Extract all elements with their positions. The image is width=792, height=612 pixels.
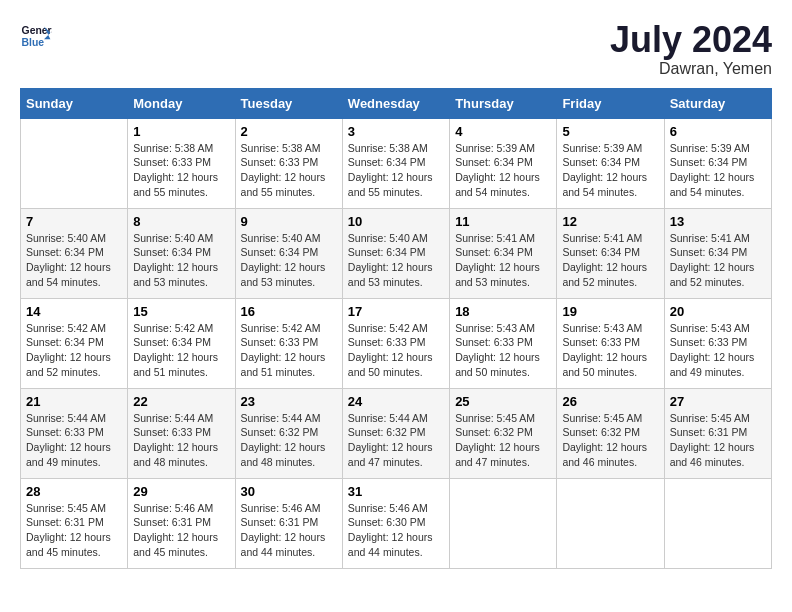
calendar-cell: 2 Sunrise: 5:38 AM Sunset: 6:33 PM Dayli… (235, 118, 342, 208)
cell-sunrise: Sunrise: 5:39 AM (670, 141, 766, 156)
month-year-title: July 2024 (610, 20, 772, 60)
location-subtitle: Dawran, Yemen (610, 60, 772, 78)
cell-sunrise: Sunrise: 5:46 AM (348, 501, 444, 516)
calendar-cell (21, 118, 128, 208)
calendar-cell: 9 Sunrise: 5:40 AM Sunset: 6:34 PM Dayli… (235, 208, 342, 298)
day-number: 28 (26, 484, 122, 499)
cell-sunset: Sunset: 6:34 PM (455, 155, 551, 170)
calendar-cell: 26 Sunrise: 5:45 AM Sunset: 6:32 PM Dayl… (557, 388, 664, 478)
cell-sunset: Sunset: 6:33 PM (670, 335, 766, 350)
day-number: 26 (562, 394, 658, 409)
cell-sunset: Sunset: 6:32 PM (562, 425, 658, 440)
calendar-cell: 23 Sunrise: 5:44 AM Sunset: 6:32 PM Dayl… (235, 388, 342, 478)
calendar-header-row: SundayMondayTuesdayWednesdayThursdayFrid… (21, 88, 772, 118)
calendar-cell: 16 Sunrise: 5:42 AM Sunset: 6:33 PM Dayl… (235, 298, 342, 388)
cell-sunrise: Sunrise: 5:41 AM (670, 231, 766, 246)
cell-daylight: Daylight: 12 hours and 50 minutes. (348, 350, 444, 379)
day-number: 1 (133, 124, 229, 139)
calendar-week-row: 1 Sunrise: 5:38 AM Sunset: 6:33 PM Dayli… (21, 118, 772, 208)
cell-sunrise: Sunrise: 5:45 AM (670, 411, 766, 426)
cell-daylight: Daylight: 12 hours and 49 minutes. (26, 440, 122, 469)
cell-daylight: Daylight: 12 hours and 55 minutes. (133, 170, 229, 199)
cell-sunrise: Sunrise: 5:42 AM (26, 321, 122, 336)
calendar-cell: 25 Sunrise: 5:45 AM Sunset: 6:32 PM Dayl… (450, 388, 557, 478)
cell-sunset: Sunset: 6:34 PM (26, 245, 122, 260)
title-block: July 2024 Dawran, Yemen (610, 20, 772, 78)
cell-daylight: Daylight: 12 hours and 53 minutes. (133, 260, 229, 289)
cell-daylight: Daylight: 12 hours and 52 minutes. (26, 350, 122, 379)
cell-daylight: Daylight: 12 hours and 46 minutes. (562, 440, 658, 469)
cell-sunset: Sunset: 6:34 PM (26, 335, 122, 350)
cell-sunrise: Sunrise: 5:42 AM (133, 321, 229, 336)
cell-sunrise: Sunrise: 5:43 AM (670, 321, 766, 336)
cell-sunrise: Sunrise: 5:41 AM (562, 231, 658, 246)
cell-sunrise: Sunrise: 5:44 AM (26, 411, 122, 426)
day-number: 13 (670, 214, 766, 229)
day-number: 19 (562, 304, 658, 319)
calendar-week-row: 14 Sunrise: 5:42 AM Sunset: 6:34 PM Dayl… (21, 298, 772, 388)
cell-sunrise: Sunrise: 5:38 AM (133, 141, 229, 156)
cell-sunset: Sunset: 6:33 PM (348, 335, 444, 350)
cell-daylight: Daylight: 12 hours and 46 minutes. (670, 440, 766, 469)
day-number: 10 (348, 214, 444, 229)
calendar-cell: 19 Sunrise: 5:43 AM Sunset: 6:33 PM Dayl… (557, 298, 664, 388)
day-number: 17 (348, 304, 444, 319)
cell-sunset: Sunset: 6:33 PM (562, 335, 658, 350)
calendar-week-row: 21 Sunrise: 5:44 AM Sunset: 6:33 PM Dayl… (21, 388, 772, 478)
day-number: 15 (133, 304, 229, 319)
cell-sunset: Sunset: 6:34 PM (562, 245, 658, 260)
cell-sunrise: Sunrise: 5:40 AM (241, 231, 337, 246)
day-number: 25 (455, 394, 551, 409)
cell-daylight: Daylight: 12 hours and 47 minutes. (348, 440, 444, 469)
calendar-cell (557, 478, 664, 568)
cell-daylight: Daylight: 12 hours and 51 minutes. (241, 350, 337, 379)
cell-sunrise: Sunrise: 5:43 AM (455, 321, 551, 336)
cell-daylight: Daylight: 12 hours and 52 minutes. (670, 260, 766, 289)
cell-sunset: Sunset: 6:34 PM (133, 245, 229, 260)
cell-daylight: Daylight: 12 hours and 44 minutes. (241, 530, 337, 559)
cell-sunrise: Sunrise: 5:42 AM (241, 321, 337, 336)
day-number: 5 (562, 124, 658, 139)
cell-daylight: Daylight: 12 hours and 54 minutes. (562, 170, 658, 199)
cell-daylight: Daylight: 12 hours and 52 minutes. (562, 260, 658, 289)
logo-icon: General Blue (20, 20, 52, 52)
cell-daylight: Daylight: 12 hours and 54 minutes. (26, 260, 122, 289)
cell-sunset: Sunset: 6:34 PM (670, 245, 766, 260)
calendar-cell: 18 Sunrise: 5:43 AM Sunset: 6:33 PM Dayl… (450, 298, 557, 388)
day-number: 2 (241, 124, 337, 139)
calendar-cell: 21 Sunrise: 5:44 AM Sunset: 6:33 PM Dayl… (21, 388, 128, 478)
calendar-week-row: 7 Sunrise: 5:40 AM Sunset: 6:34 PM Dayli… (21, 208, 772, 298)
weekday-header-friday: Friday (557, 88, 664, 118)
cell-daylight: Daylight: 12 hours and 53 minutes. (348, 260, 444, 289)
cell-daylight: Daylight: 12 hours and 54 minutes. (455, 170, 551, 199)
day-number: 6 (670, 124, 766, 139)
weekday-header-monday: Monday (128, 88, 235, 118)
svg-text:Blue: Blue (22, 37, 45, 48)
cell-sunset: Sunset: 6:32 PM (348, 425, 444, 440)
cell-daylight: Daylight: 12 hours and 53 minutes. (455, 260, 551, 289)
day-number: 27 (670, 394, 766, 409)
cell-sunset: Sunset: 6:34 PM (133, 335, 229, 350)
calendar-cell: 8 Sunrise: 5:40 AM Sunset: 6:34 PM Dayli… (128, 208, 235, 298)
calendar-cell: 3 Sunrise: 5:38 AM Sunset: 6:34 PM Dayli… (342, 118, 449, 208)
calendar-cell: 6 Sunrise: 5:39 AM Sunset: 6:34 PM Dayli… (664, 118, 771, 208)
cell-sunrise: Sunrise: 5:38 AM (241, 141, 337, 156)
calendar-week-row: 28 Sunrise: 5:45 AM Sunset: 6:31 PM Dayl… (21, 478, 772, 568)
calendar-cell: 31 Sunrise: 5:46 AM Sunset: 6:30 PM Dayl… (342, 478, 449, 568)
cell-sunset: Sunset: 6:34 PM (348, 245, 444, 260)
cell-sunset: Sunset: 6:34 PM (241, 245, 337, 260)
cell-daylight: Daylight: 12 hours and 54 minutes. (670, 170, 766, 199)
cell-sunset: Sunset: 6:31 PM (26, 515, 122, 530)
calendar-cell: 15 Sunrise: 5:42 AM Sunset: 6:34 PM Dayl… (128, 298, 235, 388)
cell-sunset: Sunset: 6:34 PM (348, 155, 444, 170)
cell-sunrise: Sunrise: 5:44 AM (348, 411, 444, 426)
cell-sunset: Sunset: 6:31 PM (133, 515, 229, 530)
cell-sunset: Sunset: 6:33 PM (133, 425, 229, 440)
weekday-header-saturday: Saturday (664, 88, 771, 118)
calendar-cell: 14 Sunrise: 5:42 AM Sunset: 6:34 PM Dayl… (21, 298, 128, 388)
cell-sunrise: Sunrise: 5:45 AM (562, 411, 658, 426)
cell-sunset: Sunset: 6:33 PM (26, 425, 122, 440)
cell-daylight: Daylight: 12 hours and 45 minutes. (133, 530, 229, 559)
calendar-cell: 10 Sunrise: 5:40 AM Sunset: 6:34 PM Dayl… (342, 208, 449, 298)
calendar-cell: 17 Sunrise: 5:42 AM Sunset: 6:33 PM Dayl… (342, 298, 449, 388)
